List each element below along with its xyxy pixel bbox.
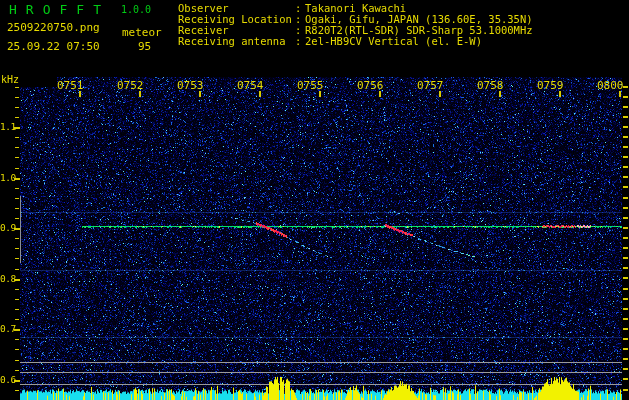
echo-count: 95 xyxy=(138,40,151,53)
time-tick-label: 0756 xyxy=(357,80,385,91)
freq-unit-label: kHz xyxy=(1,74,19,85)
output-filename: 2509220750.png xyxy=(7,21,100,34)
time-tick-label: 0800 xyxy=(597,80,625,91)
freq-tick-label: 1.0 xyxy=(0,173,15,183)
app-title: HROFFT xyxy=(9,2,110,17)
app-version: 1.0.0 xyxy=(121,4,151,15)
time-tick-label: 0753 xyxy=(177,80,205,91)
time-tick-label: 0759 xyxy=(537,80,565,91)
freq-tick-label: 1.1 xyxy=(0,122,15,132)
datetime-label: 25.09.22 07:50 xyxy=(7,40,100,53)
freq-tick-label: 0.7 xyxy=(0,324,15,334)
info-value: 2el-HB9CV Vertical (el. E-W) xyxy=(305,36,628,47)
freq-tick-label: 0.9 xyxy=(0,223,15,233)
info-label: Receiving antenna xyxy=(178,36,295,47)
mode-label: meteor xyxy=(122,26,162,39)
time-tick-label: 0758 xyxy=(477,80,505,91)
text-overlay: HROFFT 1.0.0 2509220750.png meteor 25.09… xyxy=(0,0,629,400)
freq-tick-label: 0.8 xyxy=(0,274,15,284)
hrofft-output-window: HROFFT 1.0.0 2509220750.png meteor 25.09… xyxy=(0,0,629,400)
freq-tick-label: 0.6 xyxy=(0,375,15,385)
time-tick-label: 0755 xyxy=(297,80,325,91)
observation-info: Observer:Takanori KawachiReceiving Locat… xyxy=(178,3,628,47)
time-tick-label: 0754 xyxy=(237,80,265,91)
time-tick-label: 0757 xyxy=(417,80,445,91)
info-row: Receiving antenna:2el-HB9CV Vertical (el… xyxy=(178,36,628,47)
time-tick-label: 0752 xyxy=(117,80,145,91)
info-colon: : xyxy=(295,36,305,47)
time-tick-label: 0751 xyxy=(57,80,85,91)
